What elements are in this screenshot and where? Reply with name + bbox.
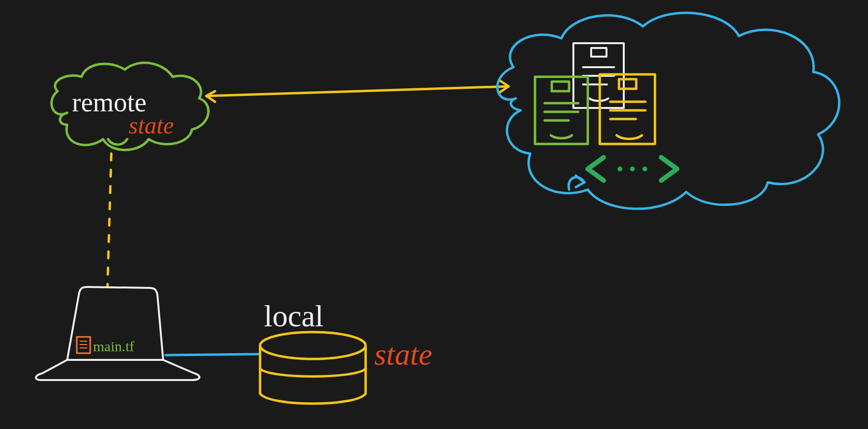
connector-remote-to-cloud — [206, 81, 509, 102]
svg-rect-10 — [535, 77, 588, 144]
svg-point-21 — [630, 167, 635, 171]
document-green-icon — [535, 77, 588, 144]
svg-rect-11 — [552, 82, 569, 91]
code-symbol-icon — [588, 157, 677, 180]
local-db-label: local — [264, 299, 323, 333]
remote-cloud-sublabel: state — [129, 112, 174, 139]
svg-rect-16 — [619, 79, 636, 89]
local-state-db-icon — [260, 332, 366, 404]
file-icon — [77, 337, 90, 353]
document-yellow-icon — [600, 74, 655, 144]
local-db-sublabel: state — [374, 337, 432, 371]
svg-rect-6 — [591, 48, 606, 57]
connector-laptop-to-local — [166, 354, 258, 355]
laptop-icon: main.tf — [36, 287, 200, 380]
connector-remote-to-laptop — [107, 154, 111, 287]
laptop-file-label: main.tf — [93, 338, 134, 354]
svg-point-20 — [618, 167, 622, 171]
svg-point-22 — [642, 167, 647, 171]
svg-point-4 — [260, 332, 366, 359]
